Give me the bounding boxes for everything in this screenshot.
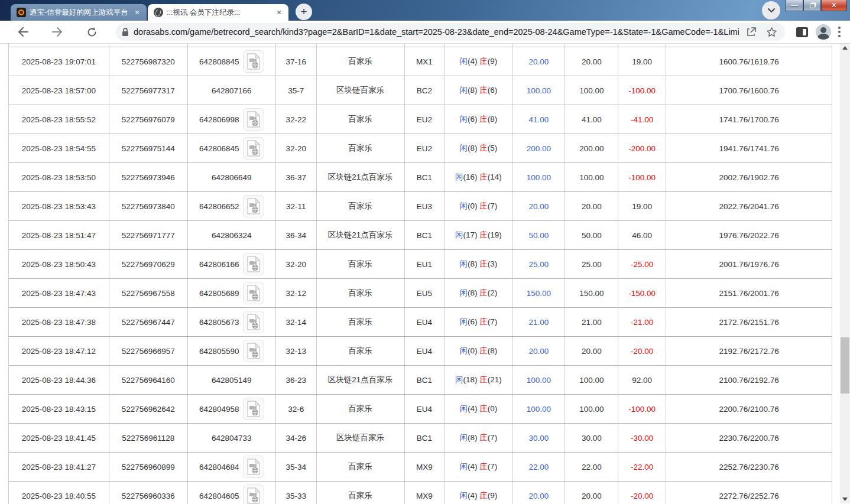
- bet-amount[interactable]: 20.00: [512, 47, 565, 76]
- bet-time: 2025-08-23 18:41:45: [9, 424, 109, 452]
- bookmark-button[interactable]: [764, 24, 779, 40]
- video-record-button[interactable]: [243, 137, 264, 160]
- video-record-button[interactable]: [243, 398, 264, 420]
- banker-label: 庄: [479, 259, 488, 268]
- bet-amount[interactable]: 22.00: [512, 453, 565, 481]
- bet-table-body: 2025-08-23 19:07:01 522756987320 6428088…: [9, 47, 832, 504]
- tab-tongbao[interactable]: 通宝-信誉最好的网上游戏平台 ✕: [11, 4, 147, 21]
- shoe-result: 36-23: [276, 366, 317, 394]
- scrollbar-thumb[interactable]: [841, 337, 849, 394]
- bet-amount[interactable]: 21.00: [512, 308, 565, 336]
- banker-label: 庄: [479, 57, 488, 66]
- video-record-button[interactable]: [243, 195, 264, 217]
- bet-content: 闲(4) 庄(9): [445, 47, 512, 76]
- table-row: 2025-08-23 18:40:55 522756960336 6428046…: [9, 482, 832, 504]
- bet-amount[interactable]: 25.00: [512, 250, 565, 278]
- close-button[interactable]: ✕: [821, 0, 847, 11]
- address-bar[interactable]: dorasabs.com/game/betrecord_search/kind3…: [116, 23, 785, 41]
- bet-amount[interactable]: 20.00: [512, 192, 565, 220]
- url-text[interactable]: dorasabs.com/game/betrecord_search/kind3…: [134, 27, 739, 37]
- balance: 1600.76/1619.76: [666, 47, 832, 76]
- bet-amount[interactable]: 20.00: [512, 482, 565, 504]
- tab-close-icon[interactable]: ✕: [274, 8, 284, 17]
- bet-time: 2025-08-23 18:47:43: [9, 279, 109, 307]
- bet-id: 522756967447: [109, 308, 188, 336]
- share-icon: [747, 27, 756, 37]
- video-record-button[interactable]: [243, 340, 264, 362]
- table-code: EU4: [405, 337, 445, 365]
- share-button[interactable]: [744, 24, 759, 40]
- player-label: 闲: [460, 288, 468, 297]
- video-record-button[interactable]: [243, 456, 264, 478]
- table-row: 2025-08-23 18:47:43 522756967558 6428056…: [9, 279, 832, 308]
- banker-label: 庄: [479, 86, 488, 95]
- bet-amount[interactable]: 200.00: [512, 134, 565, 162]
- table-row: 2025-08-23 18:55:52 522756976079 6428069…: [9, 105, 832, 134]
- profile-avatar[interactable]: [816, 24, 831, 40]
- video-record-button[interactable]: [243, 50, 264, 73]
- game-number-cell: 642806166: [188, 250, 276, 278]
- bet-amount[interactable]: 100.00: [512, 395, 565, 423]
- game-number: 642804958: [199, 405, 239, 414]
- bet-amount[interactable]: 50.00: [512, 221, 565, 249]
- game-number: 642805689: [199, 289, 239, 298]
- balance: 2001.76/1976.76: [666, 250, 832, 278]
- video-record-button[interactable]: [243, 485, 264, 504]
- player-label: 闲: [460, 115, 468, 123]
- video-record-icon: [246, 53, 261, 70]
- game-type: 百家乐: [317, 192, 405, 220]
- video-record-icon: [246, 487, 261, 504]
- bet-amount[interactable]: 100.00: [512, 76, 565, 105]
- bet-content: 闲(17) 庄(19): [445, 221, 512, 249]
- banker-label: 庄: [479, 201, 488, 210]
- tab-search-button[interactable]: [762, 1, 780, 19]
- bet-id: 522756967558: [109, 279, 188, 307]
- win-loss: -20.00: [618, 482, 666, 504]
- bet-amount[interactable]: 20.00: [512, 337, 565, 365]
- banker-label: 庄: [479, 230, 488, 239]
- game-type: 区块链21点百家乐: [317, 163, 405, 191]
- vertical-scrollbar[interactable]: [840, 44, 850, 503]
- bet-amount[interactable]: 41.00: [512, 105, 565, 134]
- bet-amount[interactable]: 100.00: [512, 163, 565, 191]
- minimize-button[interactable]: —: [786, 0, 803, 11]
- forward-button[interactable]: [48, 23, 66, 41]
- game-number-cell: 642804684: [188, 453, 276, 481]
- win-loss: -100.00: [618, 163, 666, 191]
- win-loss: -25.00: [618, 250, 666, 278]
- valid-amount: 20.00: [565, 337, 618, 365]
- banker-label: 庄: [479, 144, 488, 152]
- back-button[interactable]: [14, 23, 32, 41]
- game-number: 642805673: [199, 318, 239, 327]
- video-record-button[interactable]: [243, 108, 264, 131]
- browser-menu-button[interactable]: [838, 27, 841, 37]
- game-type: 百家乐: [317, 395, 405, 423]
- win-loss: 46.00: [618, 221, 666, 249]
- tab-bet-records[interactable]: :::视讯 会员下注纪录::: ✕: [148, 4, 288, 21]
- valid-amount: 21.00: [565, 308, 618, 336]
- bet-amount[interactable]: 100.00: [512, 366, 565, 394]
- video-record-button[interactable]: [243, 282, 264, 304]
- banker-label: 庄: [479, 491, 488, 500]
- bet-amount[interactable]: 30.00: [512, 424, 565, 452]
- side-panel-button[interactable]: [794, 24, 810, 40]
- bet-id: 522756987320: [109, 47, 188, 76]
- table-row: 2025-08-23 18:47:12 522756966957 6428055…: [9, 337, 832, 366]
- new-tab-button[interactable]: +: [296, 4, 312, 20]
- bet-content: 闲(16) 庄(14): [445, 163, 512, 191]
- bet-amount[interactable]: 150.00: [512, 279, 565, 307]
- bet-content: 闲(4) 庄(9): [445, 482, 512, 504]
- scroll-down-button[interactable]: [840, 495, 850, 503]
- tab-close-icon[interactable]: ✕: [132, 8, 142, 17]
- win-loss: -20.00: [618, 337, 666, 365]
- scroll-up-button[interactable]: [840, 44, 850, 52]
- video-record-button[interactable]: [243, 253, 264, 275]
- bet-id: 522756976079: [109, 105, 188, 134]
- bet-time: 2025-08-23 19:07:01: [9, 47, 109, 76]
- balance: 2002.76/1902.76: [666, 163, 832, 191]
- restore-button[interactable]: [803, 0, 821, 11]
- bet-id: 522756964160: [109, 366, 188, 394]
- reload-button[interactable]: [83, 23, 100, 41]
- video-record-button[interactable]: [243, 311, 264, 333]
- bet-time: 2025-08-23 18:40:55: [9, 482, 109, 504]
